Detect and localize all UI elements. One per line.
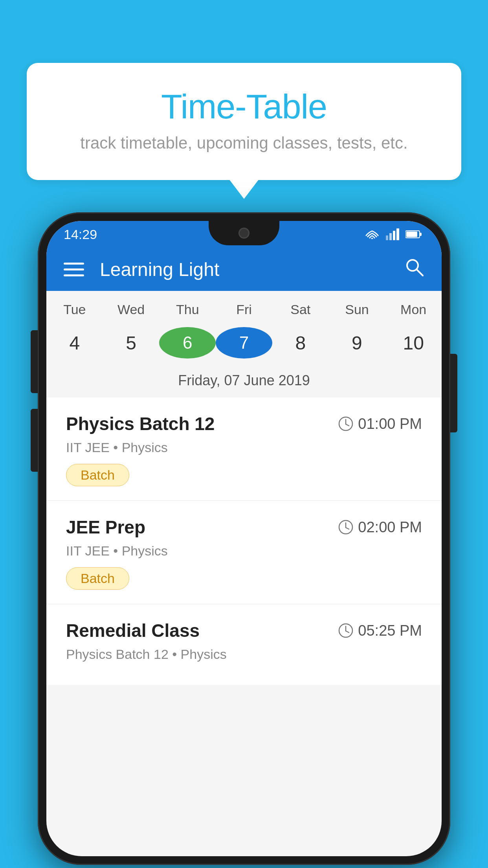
battery-icon [405,230,422,239]
hamburger-menu-button[interactable] [64,263,84,276]
svg-line-17 [346,631,349,633]
hamburger-line [64,274,84,276]
hamburger-line [64,268,84,270]
day-header-sat: Sat [272,302,329,317]
day-header-fri: Fri [216,302,272,317]
svg-rect-5 [420,233,422,236]
svg-rect-0 [386,235,388,240]
notch [209,221,279,245]
day-7-selected[interactable]: 7 [216,325,272,360]
clock-icon [338,520,353,535]
day-header-thu: Thu [159,302,216,317]
app-title: Learning Light [100,259,388,280]
class-name: Remedial Class [66,620,200,641]
svg-rect-2 [393,231,395,240]
phone-frame: 14:29 [38,212,450,865]
signal-icon [386,228,399,240]
card-row1: JEE Prep 02:00 PM [66,517,422,538]
bubble-title: Time-Table [46,86,442,127]
clock-icon [338,623,353,638]
class-card-jee-prep[interactable]: JEE Prep 02:00 PM IIT JEE • Physics Batc… [46,501,442,604]
class-name: Physics Batch 12 [66,413,215,434]
batch-badge: Batch [66,464,129,486]
day-header-mon: Mon [385,302,442,317]
day-4[interactable]: 4 [46,325,103,360]
selected-date-label: Friday, 07 June 2019 [46,368,442,397]
day-header-tue: Tue [46,302,103,317]
day-numbers: 4 5 6 7 8 9 [46,321,442,368]
day-header-wed: Wed [103,302,160,317]
svg-line-8 [416,269,423,276]
day-headers: Tue Wed Thu Fri Sat Sun Mon [46,291,442,321]
batch-badge: Batch [66,567,129,590]
card-row1: Remedial Class 05:25 PM [66,620,422,641]
wifi-icon [365,229,380,240]
class-card-physics-batch-12[interactable]: Physics Batch 12 01:00 PM IIT JEE • Phys… [46,397,442,501]
class-list: Physics Batch 12 01:00 PM IIT JEE • Phys… [46,397,442,685]
class-meta: IIT JEE • Physics [66,440,422,455]
calendar-section: Tue Wed Thu Fri Sat Sun Mon 4 5 [46,291,442,397]
phone-screen: 14:29 [46,221,442,856]
svg-rect-1 [389,233,392,240]
class-time: 01:00 PM [338,416,422,432]
class-time: 05:25 PM [338,622,422,639]
day-6-today[interactable]: 6 [159,325,216,360]
status-icons [365,228,422,240]
class-meta: Physics Batch 12 • Physics [66,647,422,662]
status-time: 14:29 [64,227,97,242]
phone-container: 14:29 [38,212,450,865]
svg-line-11 [346,424,349,426]
hamburger-line [64,263,84,265]
bubble-subtitle: track timetable, upcoming classes, tests… [46,134,442,153]
class-name: JEE Prep [66,517,145,538]
day-8[interactable]: 8 [272,325,329,360]
day-header-sun: Sun [329,302,385,317]
class-time: 02:00 PM [338,519,422,536]
search-button[interactable] [404,257,424,282]
status-bar: 14:29 [46,221,442,248]
clock-icon [338,416,353,431]
day-10[interactable]: 10 [385,325,442,360]
card-row1: Physics Batch 12 01:00 PM [66,413,422,434]
svg-line-14 [346,528,349,529]
app-bar: Learning Light [46,248,442,291]
day-5[interactable]: 5 [103,325,160,360]
day-9[interactable]: 9 [329,325,385,360]
camera [238,228,250,239]
svg-rect-3 [396,228,399,240]
svg-rect-6 [406,232,417,237]
class-meta: IIT JEE • Physics [66,543,422,559]
speech-bubble: Time-Table track timetable, upcoming cla… [27,63,461,180]
class-card-remedial[interactable]: Remedial Class 05:25 PM Physics Batch 12… [46,604,442,685]
